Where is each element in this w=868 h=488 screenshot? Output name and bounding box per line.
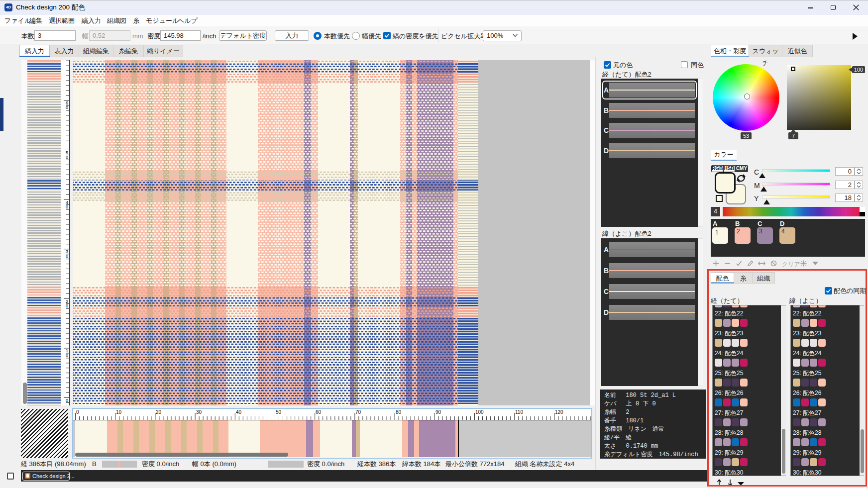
svg-text:30: 30 (196, 409, 202, 415)
svg-text:0: 0 (66, 353, 68, 358)
svg-text:0: 0 (66, 155, 68, 160)
svg-text:0: 0 (66, 204, 68, 209)
svg-text:80: 80 (396, 409, 402, 415)
svg-text:0: 0 (66, 105, 68, 110)
svg-text:20: 20 (156, 409, 162, 415)
svg-text:0: 0 (76, 409, 79, 415)
svg-text:90: 90 (435, 409, 441, 415)
svg-text:40: 40 (236, 409, 242, 415)
svg-text:0: 0 (66, 254, 68, 259)
svg-text:50: 50 (276, 409, 282, 415)
svg-text:110: 110 (515, 409, 523, 415)
svg-text:60: 60 (316, 409, 322, 415)
svg-text:100: 100 (475, 409, 484, 415)
svg-text:10: 10 (116, 409, 122, 415)
svg-text:120: 120 (555, 409, 563, 415)
svg-text:0: 0 (66, 303, 68, 308)
svg-text:70: 70 (355, 409, 361, 415)
svg-text:0: 0 (66, 398, 68, 403)
